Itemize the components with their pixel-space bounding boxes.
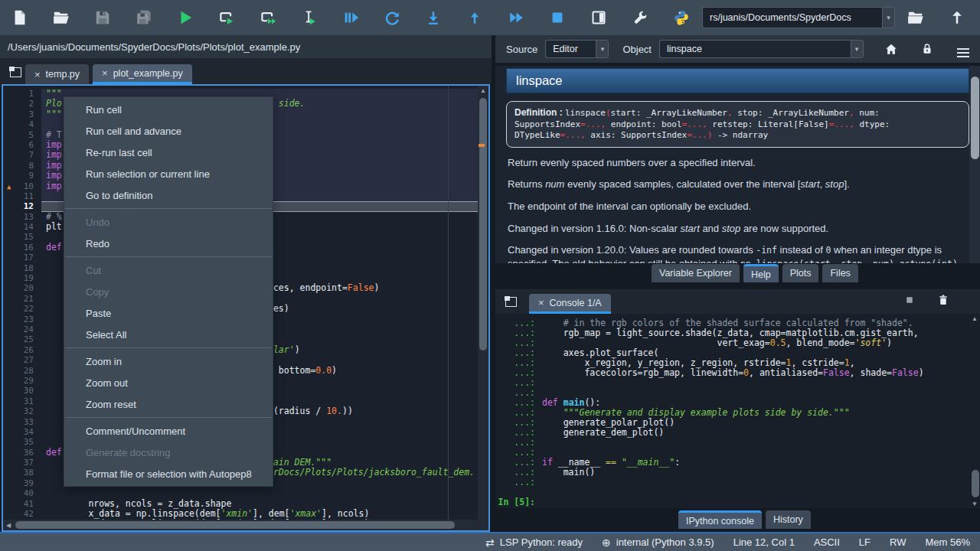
line-number: 28 (3, 366, 41, 376)
working-directory-combo[interactable]: rs/juanis/Documents/SpyderDocs ▾ (702, 7, 895, 28)
code-segment: # in the rgb colors of the shaded surfac… (542, 318, 913, 328)
code-segment: == (606, 457, 622, 468)
menu-item-select-all[interactable]: Select All (64, 324, 273, 345)
code-segment: vert_exag= (542, 337, 770, 348)
code-segment: 10. (326, 406, 342, 416)
menu-item-zoom-in[interactable]: Zoom in (64, 350, 273, 372)
code-segment: imp (46, 160, 62, 171)
parent-dir-button[interactable] (948, 8, 966, 27)
step-into-button[interactable] (424, 8, 443, 27)
scroll-up-icon[interactable]: ▲ (969, 315, 980, 322)
tab-plots[interactable]: Plots (782, 264, 819, 282)
line-number: 38 (3, 468, 41, 478)
object-value[interactable]: linspace (659, 40, 851, 58)
open-file-button[interactable] (52, 8, 70, 27)
tab-ipython-console[interactable]: IPython console (678, 510, 762, 529)
menu-item-format-file-or-selection-with-autopep8[interactable]: Format file or selection with Autopep8 (64, 463, 273, 484)
editor-vscroll-thumb[interactable] (479, 98, 487, 350)
run-cell-icon (218, 9, 235, 26)
sync-icon: ⇄ (485, 536, 495, 549)
env-icon: ⊕ (602, 536, 611, 549)
menu-item-run-cell-and-advance[interactable]: Run cell and advance (64, 120, 273, 142)
run-cell-button[interactable] (217, 8, 236, 27)
line-number: 18 (3, 263, 41, 273)
tab-plot_example-py[interactable]: ×plot_example.py (93, 64, 192, 84)
lock-icon[interactable] (919, 41, 935, 57)
file-path: /Users/juanis/Documents/SpyderDocs/Plots… (8, 41, 300, 53)
line-number: 26 (3, 345, 41, 355)
close-icon[interactable]: × (538, 297, 544, 308)
editor-horizontal-scrollbar[interactable]: ◀ (3, 520, 478, 530)
close-icon[interactable]: × (102, 67, 108, 79)
console-scroll-thumb[interactable] (972, 470, 979, 497)
preferences-button[interactable] (631, 8, 649, 27)
code-segment: axis: SupportsIndex (590, 130, 687, 140)
source-combo[interactable]: Editor ▾ (545, 40, 609, 58)
line-number: 42 (3, 509, 41, 519)
help-scrollbar[interactable] (969, 66, 980, 263)
help-paragraph: Returns num evenly spaced samples, calcu… (508, 178, 968, 191)
help-options-menu[interactable] (955, 41, 971, 57)
close-icon[interactable]: × (34, 69, 41, 80)
tab-console-1a[interactable]: × Console 1/A (529, 294, 611, 314)
tab-files[interactable]: Files (822, 264, 858, 282)
tab-variable-explorer[interactable]: Variable Explorer (652, 264, 740, 282)
chevron-down-icon[interactable]: ▾ (851, 40, 864, 58)
chevron-down-icon[interactable]: ▾ (596, 40, 609, 58)
open-workdir-button[interactable] (906, 8, 925, 27)
maximize-pane-button[interactable] (590, 8, 608, 27)
menu-item-run-selection-or-current-line[interactable]: Run selection or current line (64, 163, 273, 184)
paragraph-text: The endpoint of the interval can optiona… (508, 201, 751, 212)
browse-tabs-icon[interactable] (10, 67, 21, 77)
menu-item-zoom-reset[interactable]: Zoom reset (64, 393, 273, 415)
rerun-cell-button[interactable] (383, 8, 401, 27)
menu-item-go-to-definition[interactable]: Go to definition (64, 184, 273, 206)
tab-history[interactable]: History (766, 510, 811, 529)
run-file-button[interactable] (176, 8, 194, 27)
menu-item-comment-uncomment[interactable]: Comment/Uncomment (64, 420, 273, 442)
save-all-button[interactable] (135, 8, 153, 27)
menu-item-paste[interactable]: Paste (64, 302, 273, 324)
ipython-console[interactable]: ...: # in the rgb colors of the shaded s… (495, 314, 980, 508)
menu-item-redo[interactable]: Redo (64, 233, 273, 254)
code-segment: False (348, 282, 374, 293)
python-env-button[interactable] (672, 8, 691, 27)
debug-file-button[interactable] (341, 8, 360, 27)
run-selection-button[interactable] (300, 8, 318, 27)
run-cell-advance-icon (260, 9, 276, 26)
home-icon[interactable] (884, 41, 900, 57)
code-segment: , shade= (850, 367, 892, 378)
working-directory-value[interactable]: rs/juanis/Documents/SpyderDocs (702, 7, 882, 28)
object-combo[interactable]: linspace ▾ (659, 40, 864, 58)
continue-button[interactable] (507, 8, 525, 27)
status-ascii: ASCII (814, 536, 840, 548)
run-cell-advance-button[interactable] (259, 8, 277, 27)
object-label: Object (622, 44, 652, 55)
tab-temp-py[interactable]: ×temp.py (25, 64, 89, 84)
tab-help[interactable]: Help (743, 264, 779, 282)
scroll-up-icon[interactable]: ▲ (478, 87, 488, 94)
new-window-icon[interactable] (505, 297, 517, 307)
interrupt-kernel-icon[interactable] (902, 292, 917, 308)
editor-hscroll-thumb[interactable] (15, 521, 455, 529)
trash-icon[interactable] (936, 292, 951, 308)
menu-item-re-run-last-cell[interactable]: Re-run last cell (64, 142, 273, 163)
code-segment: y side. (268, 98, 305, 109)
stop-button[interactable] (548, 8, 567, 27)
editor-vertical-scrollbar[interactable]: ▲ (478, 86, 488, 520)
code-segment: """ (46, 89, 62, 99)
console-line: ...: facecolors=rgb_map, linewidth=0, an… (495, 368, 980, 378)
menu-item-run-cell[interactable]: Run cell (64, 99, 273, 120)
menu-item-copy: Copy (64, 281, 273, 302)
scroll-left-icon[interactable]: ◀ (3, 522, 14, 529)
scroll-down-icon[interactable]: ▼ (969, 500, 980, 507)
new-file-button[interactable] (11, 8, 29, 27)
scroll-corner (478, 520, 488, 530)
help-scroll-thumb[interactable] (971, 77, 979, 159)
chevron-down-icon[interactable]: ▾ (882, 7, 895, 28)
step-return-button[interactable] (466, 8, 484, 27)
console-scrollbar[interactable]: ▲ ▼ (970, 314, 980, 508)
menu-item-zoom-out[interactable]: Zoom out (64, 372, 273, 393)
source-value[interactable]: Editor (545, 40, 596, 58)
save-button[interactable] (93, 8, 112, 27)
